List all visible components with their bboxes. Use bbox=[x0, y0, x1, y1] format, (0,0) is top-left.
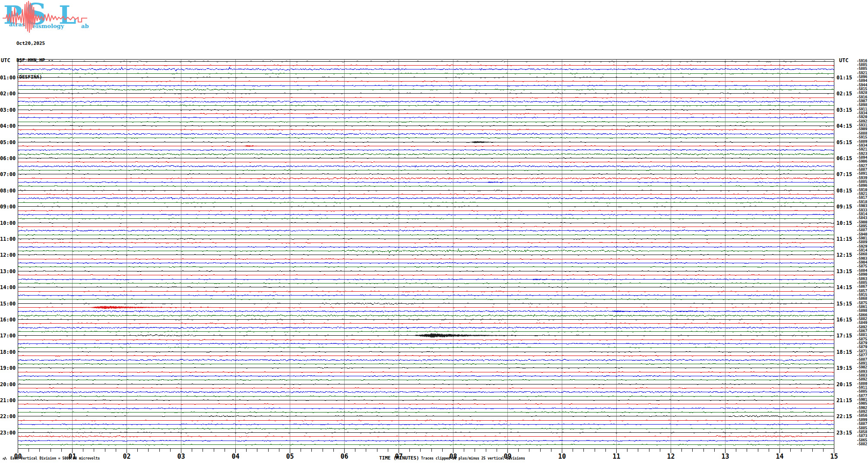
trace-offset-value: -5887 bbox=[852, 168, 867, 172]
trace-offset-value: -5890 bbox=[852, 273, 867, 277]
trace-row bbox=[18, 170, 834, 171]
hour-label-left: 15:00 bbox=[0, 301, 16, 306]
trace-offset-value: -5928 bbox=[852, 91, 867, 95]
trace-offset-value: -5885 bbox=[852, 63, 867, 67]
trace-offset-value: -5867 bbox=[852, 329, 867, 333]
hour-label-left: 09:00 bbox=[0, 204, 16, 209]
trace-row bbox=[18, 441, 834, 441]
trace-row bbox=[18, 368, 834, 368]
time-axis-title: TIME (MINUTES) bbox=[379, 455, 419, 461]
minute-label: 03 bbox=[173, 453, 190, 460]
trace-row bbox=[18, 249, 834, 253]
trace-row bbox=[18, 214, 834, 215]
trace-row bbox=[18, 198, 834, 199]
trace-offset-value: -5863 bbox=[852, 277, 867, 281]
trace-offset-value: -5916 bbox=[852, 59, 867, 63]
trace-offset-value: -5918 bbox=[852, 200, 867, 204]
trace-offset-value: -5920 bbox=[852, 115, 867, 119]
trace-row bbox=[18, 271, 834, 272]
trace-offset-value: -5889 bbox=[852, 140, 867, 144]
trace-row bbox=[18, 432, 834, 433]
trace-offset-value: -5903 bbox=[852, 257, 867, 261]
minute-label: 11 bbox=[608, 453, 625, 460]
trace-row bbox=[18, 89, 834, 91]
trace-row bbox=[18, 138, 834, 139]
trace-row bbox=[18, 347, 834, 348]
trace-row bbox=[18, 61, 834, 62]
trace-offset-value: -5887 bbox=[852, 422, 867, 426]
trace-offset-value: -5882 bbox=[852, 442, 867, 446]
hour-label-left: 13:00 bbox=[0, 269, 16, 274]
trace-offset-value: -5896 bbox=[852, 184, 867, 188]
trace-row bbox=[18, 424, 834, 425]
trace-row bbox=[18, 311, 834, 312]
trace-offset-value: -5927 bbox=[852, 164, 867, 168]
trace-offset-value: -5868 bbox=[852, 297, 867, 301]
hour-label-left: 06:00 bbox=[0, 156, 16, 161]
trace-row bbox=[18, 206, 834, 207]
trace-row bbox=[18, 400, 834, 401]
hour-label-left: 12:00 bbox=[0, 252, 16, 258]
trace-offset-value: -5901 bbox=[852, 398, 867, 402]
scale-note: Each Vertical Division = 5000.00 microvo… bbox=[10, 457, 100, 460]
trace-row bbox=[18, 235, 834, 236]
trace-row bbox=[18, 315, 834, 317]
trace-row bbox=[18, 126, 834, 126]
trace-row bbox=[18, 299, 834, 300]
trace-row bbox=[18, 154, 834, 155]
trace-row bbox=[18, 218, 834, 219]
trace-row bbox=[18, 287, 834, 288]
trace-offset-value: -5885 bbox=[852, 67, 867, 71]
trace-offset-value: -5881 bbox=[852, 333, 867, 337]
trace-offset-value: -5899 bbox=[852, 418, 867, 422]
trace-offset-value: -5934 bbox=[852, 144, 867, 148]
trace-offset-value: -5895 bbox=[852, 224, 867, 228]
trace-row bbox=[18, 412, 834, 413]
trace-row bbox=[18, 190, 834, 191]
trace-row bbox=[18, 416, 834, 417]
hour-label-left: 11:00 bbox=[0, 236, 16, 242]
trace-offset-value: -5894 bbox=[852, 156, 867, 160]
seismic-burst bbox=[532, 279, 551, 280]
trace-row bbox=[18, 267, 834, 268]
trace-offset-value: -5815 bbox=[852, 87, 867, 91]
trace-offset-value: -5906 bbox=[852, 160, 867, 164]
hour-label-left: 19:00 bbox=[0, 365, 16, 371]
trace-row bbox=[18, 364, 834, 365]
trace-offset-value: -5905 bbox=[852, 402, 867, 406]
trace-row bbox=[18, 376, 834, 377]
trace-offset-value: -5884 bbox=[852, 269, 867, 273]
trace-offset-value: -5893 bbox=[852, 370, 867, 374]
seismic-burst bbox=[676, 311, 703, 312]
trace-row bbox=[18, 93, 834, 94]
trace-offset-value: -5849 bbox=[852, 321, 867, 325]
trace-row bbox=[18, 166, 834, 167]
trace-row bbox=[18, 65, 834, 66]
trace-offset-value: -5933 bbox=[852, 208, 867, 212]
hour-label-left: 05:00 bbox=[0, 140, 16, 145]
trace-row bbox=[18, 343, 834, 344]
trace-row bbox=[18, 283, 834, 284]
trace-row bbox=[18, 359, 834, 361]
trace-offset-value: -5880 bbox=[852, 382, 867, 386]
trace-offset-value: -5875 bbox=[852, 301, 867, 305]
seismic-burst bbox=[372, 408, 388, 409]
trace-row bbox=[18, 242, 834, 243]
trace-offset-value: -5858 bbox=[852, 430, 867, 434]
trace-offset-value: -5892 bbox=[852, 120, 867, 123]
helicorder-plot bbox=[0, 0, 868, 466]
trace-offset-value: -5921 bbox=[852, 71, 867, 75]
minute-label: 02 bbox=[118, 453, 136, 460]
trace-row bbox=[18, 436, 834, 438]
trace-row bbox=[18, 295, 834, 296]
hour-label-left: 02:00 bbox=[0, 91, 16, 96]
trace-offset-value: -5885 bbox=[852, 426, 867, 430]
mini-wave-icon bbox=[3, 457, 7, 460]
trace-offset-value: -5889 bbox=[852, 240, 867, 244]
trace-row bbox=[18, 384, 834, 385]
trace-row bbox=[18, 129, 834, 130]
trace-row bbox=[18, 186, 834, 187]
scale-note-wrap: Each Vertical Division = 5000.00 microvo… bbox=[3, 457, 100, 460]
trace-offset-value: -5940 bbox=[852, 233, 867, 236]
trace-offset-value: -5894 bbox=[852, 79, 867, 83]
